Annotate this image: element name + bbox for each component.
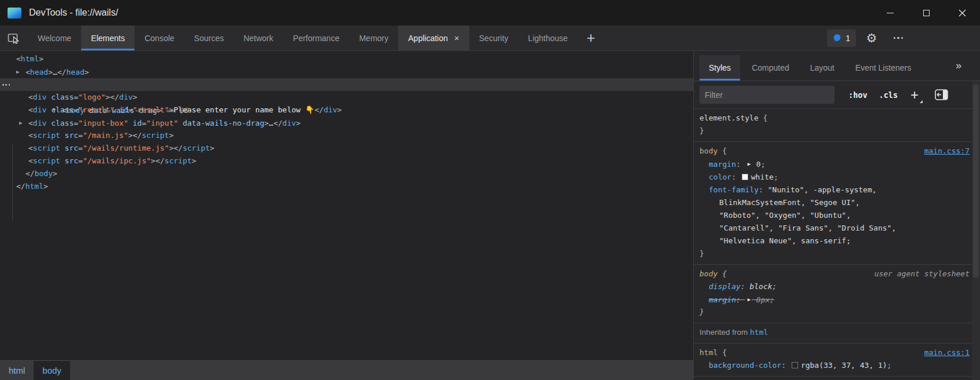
- row-menu-icon[interactable]: [2, 84, 10, 86]
- issues-counter[interactable]: 1: [827, 30, 856, 47]
- scrollbar-thumb[interactable]: [973, 84, 979, 278]
- tab-sources[interactable]: Sources: [184, 25, 234, 50]
- dom-row-body-close[interactable]: </body>: [0, 167, 693, 180]
- close-tab-icon[interactable]: ×: [454, 34, 460, 42]
- breadcrumb-html[interactable]: html: [0, 361, 34, 380]
- dom-row-div-result[interactable]: <div class="result" id="result">Please e…: [0, 104, 693, 116]
- token: ;: [773, 282, 777, 291]
- dom-row-html-close[interactable]: </html>: [0, 180, 693, 193]
- tab-lighthouse[interactable]: Lighthouse: [518, 25, 578, 50]
- tab-label: Computed: [752, 63, 789, 72]
- window-controls: [872, 0, 980, 25]
- tab-memory[interactable]: Memory: [349, 25, 399, 50]
- token: >: [151, 156, 155, 165]
- tab-label: Memory: [359, 34, 389, 43]
- dom-row-script-runtime[interactable]: <script src="/wails/runtime.js"></script…: [0, 142, 693, 155]
- more-tools-button[interactable]: +: [578, 25, 604, 50]
- tab-performance[interactable]: Performance: [283, 25, 349, 50]
- rule-selector[interactable]: html {: [700, 346, 727, 359]
- tab-styles[interactable]: Styles: [700, 55, 740, 81]
- token: =: [142, 119, 147, 127]
- close-button[interactable]: [944, 0, 980, 25]
- token: data-wails-no-drag: [178, 119, 264, 127]
- token: =: [74, 105, 78, 114]
- token: =: [78, 156, 83, 165]
- rule-selector[interactable]: body {: [700, 145, 727, 158]
- toggle-element-classes-button[interactable]: .cls: [879, 90, 898, 100]
- rule-open-line[interactable]: element.style {: [694, 112, 980, 125]
- stylesheet-link[interactable]: main.css:7: [924, 145, 970, 158]
- dom-row-div-input-box[interactable]: ▶<div class="input-box" id="input" data-…: [0, 116, 693, 129]
- css-property-background-color[interactable]: background-color: rgba(33, 37, 43, 1);: [694, 359, 980, 372]
- minimize-button[interactable]: [872, 0, 908, 25]
- token: background-color: [709, 361, 781, 370]
- css-property-font-family-wrap[interactable]: "Helvetica Neue", sans-serif;: [694, 235, 980, 247]
- styles-filter-input[interactable]: [700, 86, 835, 104]
- css-property-margin[interactable]: margin: ▶ 0;: [694, 158, 980, 171]
- token: "input": [147, 119, 178, 127]
- token: =: [78, 144, 83, 152]
- token: "Roboto", "Oxygen", "Ubuntu",: [719, 211, 851, 220]
- menu-button[interactable]: [887, 27, 909, 49]
- tab-application[interactable]: Application ×: [398, 25, 469, 50]
- token: >: [264, 119, 269, 127]
- token: {: [717, 348, 727, 357]
- dom-row-div-logo[interactable]: <div class="logo"></div>: [0, 91, 693, 104]
- maximize-button[interactable]: [908, 0, 944, 25]
- new-style-rule-button[interactable]: +: [910, 88, 923, 102]
- dom-line: <head>…</head>: [25, 68, 89, 76]
- token: :: [736, 295, 745, 304]
- dom-row-script-main[interactable]: <script src="/main.js"></script>: [0, 129, 693, 142]
- tab-security[interactable]: Security: [469, 25, 519, 50]
- toggle-pseudo-state-button[interactable]: :hov: [848, 90, 868, 100]
- token: element.style: [700, 114, 759, 122]
- css-property-color[interactable]: color: white;: [694, 171, 980, 184]
- toggle-sidebar-button[interactable]: [935, 89, 948, 100]
- rule-body-user-agent[interactable]: body { user agent stylesheet display: bl…: [694, 265, 980, 324]
- settings-button[interactable]: ⚙: [861, 27, 883, 49]
- dom-row-head[interactable]: ▶<head>…</head>: [0, 65, 693, 78]
- more-panels-icon[interactable]: »: [956, 60, 961, 72]
- tab-console[interactable]: Console: [134, 25, 184, 50]
- tab-layout[interactable]: Layout: [801, 55, 844, 81]
- issues-count: 1: [846, 34, 850, 43]
- css-property-display[interactable]: display: block;: [694, 280, 980, 293]
- expand-collapsed-icon[interactable]: ▶: [16, 65, 25, 78]
- token: div: [282, 119, 296, 127]
- rule-element-style[interactable]: element.style { }: [694, 109, 980, 142]
- expand-collapsed-icon[interactable]: ▶: [19, 116, 28, 129]
- tab-label: Event Listeners: [855, 63, 912, 72]
- rule-selector[interactable]: body {: [700, 268, 727, 280]
- token: >: [128, 131, 133, 140]
- dom-row-script-ipc[interactable]: <script src="/wails/ipc.js"></script>: [0, 155, 693, 167]
- rule-html-main-css[interactable]: html { main.css:1 background-color: rgba…: [694, 344, 980, 377]
- styles-scrollbar[interactable]: [972, 81, 980, 380]
- css-property-font-family-wrap[interactable]: "Cantarell", "Fira Sans", "Droid Sans",: [694, 222, 980, 235]
- stylesheet-link[interactable]: main.css:1: [924, 346, 970, 359]
- token: ;: [761, 160, 766, 169]
- inherited-element-link[interactable]: html: [750, 328, 768, 337]
- css-property-font-family-wrap[interactable]: BlinkMacSystemFont, "Segoe UI",: [694, 196, 980, 209]
- tab-event-listeners[interactable]: Event Listeners: [846, 55, 921, 81]
- inspect-element-button[interactable]: [0, 25, 28, 50]
- tab-welcome[interactable]: Welcome: [28, 25, 81, 50]
- dom-row-html-open[interactable]: <html>: [0, 53, 693, 65]
- window-title: DevTools - file://wails/: [29, 8, 118, 18]
- rule-body-main-css[interactable]: body { main.css:7 margin: ▶ 0; color: wh…: [694, 142, 980, 265]
- rule-close-line: }: [694, 306, 980, 319]
- css-property-font-family[interactable]: font-family: "Nunito", -apple-system,: [694, 184, 980, 196]
- tab-computed[interactable]: Computed: [742, 55, 799, 81]
- breadcrumb-body[interactable]: body: [34, 361, 70, 380]
- styles-tab-bar: Styles Computed Layout Event Listeners »: [694, 51, 980, 81]
- token: ;: [774, 173, 778, 181]
- css-property-font-family-wrap[interactable]: "Roboto", "Oxygen", "Ubuntu",: [694, 209, 980, 222]
- token: script: [33, 156, 60, 165]
- token: >: [39, 54, 43, 63]
- tab-network[interactable]: Network: [234, 25, 283, 50]
- dom-row-body-selected[interactable]: ▼<body data-wails-drag> == $0: [0, 78, 693, 91]
- token: div: [33, 105, 46, 114]
- css-property-margin-overridden[interactable]: margin: ▶ 8px;: [694, 293, 980, 306]
- tab-elements[interactable]: Elements: [81, 25, 134, 50]
- token: }: [700, 249, 704, 258]
- tab-label: Styles: [709, 63, 731, 72]
